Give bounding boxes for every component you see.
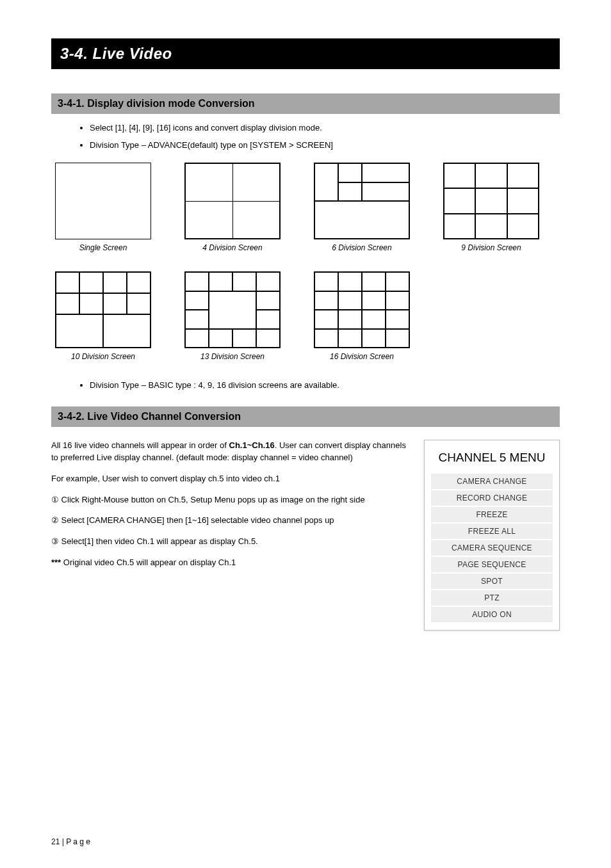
layout-label: 10 Division Screen [55, 352, 151, 361]
bullet-item: Division Type – ADVANCE(default) type on… [90, 140, 560, 150]
layout-13div: 13 Division Screen [184, 271, 281, 361]
bullet-item: Select [1], [4], [9], [16] icons and con… [90, 123, 560, 133]
bullet-list-b: Division Type – BASIC type : 4, 9, 16 di… [90, 380, 560, 390]
layout-4div: 4 Division Screen [184, 163, 281, 252]
menu-item-spot[interactable]: SPOT [431, 574, 553, 589]
body-text: All 16 live video channels will appear i… [51, 440, 410, 631]
menu-item-record-change[interactable]: RECORD CHANGE [431, 490, 553, 506]
menu-item-audio-on[interactable]: AUDIO ON [431, 607, 553, 622]
layout-single: Single Screen [55, 163, 151, 252]
body-p1a: All 16 live video channels will appear i… [51, 440, 229, 450]
menu-item-freeze[interactable]: FREEZE [431, 507, 553, 522]
layout-6div: 6 Division Screen [314, 163, 410, 252]
layout-label: Single Screen [55, 243, 151, 252]
menu-item-freeze-all[interactable]: FREEZE ALL [431, 524, 553, 539]
layout-label: 13 Division Screen [184, 352, 281, 361]
step-2: ② Select [CAMERA CHANGE] then [1~16] sel… [51, 515, 410, 527]
layout-label: 4 Division Screen [184, 243, 281, 252]
channel-menu-card: CHANNEL 5 MENU CAMERA CHANGE RECORD CHAN… [424, 440, 560, 631]
bullet-item: Division Type – BASIC type : 4, 9, 16 di… [90, 380, 560, 390]
chapter-title: 3-4. Live Video [51, 38, 560, 69]
body-p1b: Ch.1~Ch.16 [229, 440, 275, 450]
section-heading-1: 3-4-1. Display division mode Conversion [51, 93, 560, 114]
layout-9div: 9 Division Screen [443, 163, 539, 252]
note-text: Original video Ch.5 will appear on displ… [63, 558, 236, 567]
menu-item-camera-sequence[interactable]: CAMERA SEQUENCE [431, 540, 553, 556]
layout-row-2: 10 Division Screen 13 Division Screen 16… [55, 271, 560, 361]
section-heading-2: 3-4-2. Live Video Channel Conversion [51, 406, 560, 427]
layout-label: 9 Division Screen [443, 243, 539, 252]
layout-label: 16 Division Screen [314, 352, 410, 361]
note-label: *** [51, 558, 63, 567]
layout-label: 6 Division Screen [314, 243, 410, 252]
page-footer: 21 | P a g e [51, 837, 90, 846]
step-1: ① Click Right-Mouse button on Ch.5, Setu… [51, 494, 410, 506]
step-3: ③ Select[1] then video Ch.1 will appear … [51, 536, 410, 548]
body-p2: For example, User wish to convert displa… [51, 473, 410, 485]
layout-10div: 10 Division Screen [55, 271, 151, 361]
bullet-list-a: Select [1], [4], [9], [16] icons and con… [90, 123, 560, 150]
layout-row-1: Single Screen 4 Division Screen 6 Divisi… [55, 163, 560, 252]
menu-item-page-sequence[interactable]: PAGE SEQUENCE [431, 557, 553, 572]
channel-menu-title: CHANNEL 5 MENU [428, 446, 555, 472]
menu-item-ptz[interactable]: PTZ [431, 590, 553, 606]
layout-16div: 16 Division Screen [314, 271, 410, 361]
menu-item-camera-change[interactable]: CAMERA CHANGE [431, 474, 553, 489]
